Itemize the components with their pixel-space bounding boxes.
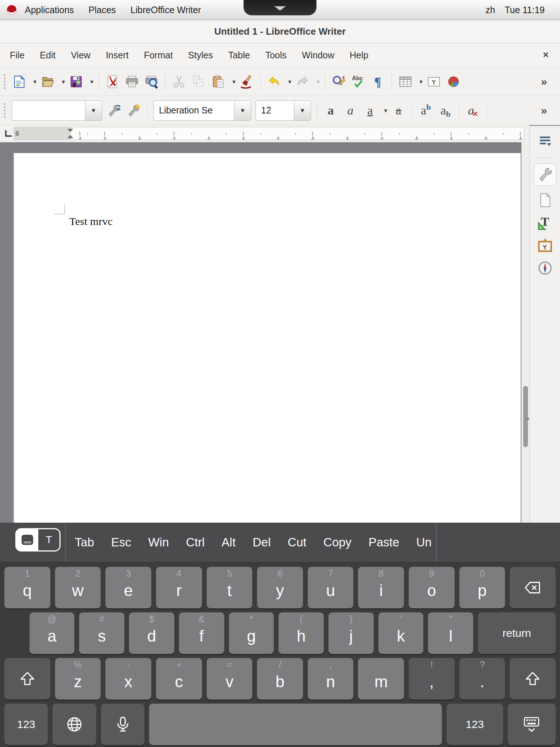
trackpad-mode-segment[interactable] [16,529,38,550]
key-backspace[interactable] [510,567,556,608]
font-size-dropdown[interactable] [294,101,311,120]
key-k[interactable]: ' k [378,612,424,654]
shortcut-key[interactable]: Del [253,535,271,549]
menu-item[interactable]: Styles [180,43,221,67]
key-o[interactable]: 9 o [409,567,455,608]
font-name-input[interactable]: Liberation Se [154,101,234,120]
clone-formatting-button[interactable] [237,71,257,92]
paste-button[interactable] [209,71,228,92]
input-method-indicator[interactable]: zh [486,5,495,15]
menu-item[interactable]: Format [136,43,180,67]
shortcut-key[interactable]: Copy [323,535,351,549]
export-pdf-button[interactable] [102,71,122,92]
undo-button[interactable] [264,71,284,92]
minimize-button[interactable] [491,24,505,39]
menu-item[interactable]: View [63,43,98,67]
properties-tab[interactable] [534,163,556,186]
key-space[interactable] [149,704,442,745]
key-q[interactable]: 1 q [4,567,50,608]
toolbar-grip[interactable] [3,74,7,90]
key-n[interactable]: ; n [308,658,354,700]
shortcut-key[interactable]: Win [148,535,169,549]
key-m[interactable]: : m [358,658,404,700]
close-button[interactable] [542,24,556,39]
new-document-button[interactable] [9,71,29,92]
system-menu-item[interactable]: Applications [18,0,81,20]
key-shift-left[interactable] [4,658,50,700]
maximize-button[interactable] [516,24,531,39]
key-c[interactable]: + c [156,658,202,700]
copy-button[interactable] [189,71,209,92]
key-z[interactable]: % z [55,658,101,700]
key-l[interactable]: " l [428,612,473,654]
vertical-scrollbar[interactable] [521,142,529,523]
gallery-tab[interactable] [534,236,556,255]
keyboard-mode-toggle[interactable]: T [15,528,61,551]
text-mode-segment[interactable]: T [38,529,59,550]
update-style-button[interactable] [104,100,124,121]
menu-item[interactable]: Insert [98,43,136,67]
clock[interactable]: Tue 11:19 [505,5,545,15]
key-p[interactable]: 0 p [459,567,505,608]
paragraph-style-dropdown[interactable] [85,101,102,120]
insert-chart-button[interactable] [444,71,463,92]
font-name-dropdown[interactable] [234,101,251,120]
insert-table-button[interactable] [396,71,415,92]
key-s[interactable]: # s [79,612,124,654]
left-indent-marker[interactable] [67,135,73,138]
key-123-right[interactable]: 123 [447,704,503,745]
strikethrough-button[interactable]: a [389,100,408,121]
new-style-button[interactable] [124,100,144,121]
subscript-button[interactable]: a b [436,100,455,121]
insert-image-button[interactable] [424,71,444,92]
underline-button[interactable]: a [360,100,380,121]
key-globe[interactable] [52,704,96,745]
key-b[interactable]: / b [257,658,303,700]
font-size-input[interactable]: 12 [256,101,294,120]
sidebar-collapse-handle[interactable]: ◂ [525,411,530,426]
close-document-button[interactable] [540,49,552,62]
key-h[interactable]: ( h [279,612,324,654]
italic-button[interactable]: a [341,100,360,121]
tab-stop-type-selector[interactable] [4,129,13,138]
key-x[interactable]: - x [105,658,151,700]
document-page[interactable]: Test mrvc [14,153,521,523]
key-g[interactable]: * g [229,612,274,654]
key-e[interactable]: 3 e [105,567,151,608]
bold-button[interactable]: a [321,100,341,121]
superscript-button[interactable]: a b [416,100,436,121]
open-button[interactable] [38,71,58,92]
shortcut-key[interactable]: Alt [222,535,236,549]
document-text[interactable]: Test mrvc [69,215,113,228]
key-mic[interactable] [101,704,144,745]
spelling-button[interactable] [349,71,368,92]
menu-item[interactable]: Edit [32,43,63,67]
key-t[interactable]: 5 t [207,567,253,608]
page-tab[interactable] [534,190,556,210]
key-period[interactable]: ? . [459,658,505,700]
shortcut-key[interactable]: Esc [111,535,131,549]
menu-item[interactable]: Tools [258,43,294,67]
menu-item[interactable]: Table [221,43,258,67]
key-v[interactable]: = v [207,658,253,700]
key-a[interactable]: @ a [30,612,75,654]
styles-tab[interactable] [534,213,556,233]
key-123-left[interactable]: 123 [4,704,48,745]
key-d[interactable]: $ d [129,612,174,654]
key-j[interactable]: ) j [328,612,374,654]
toolbar-overflow-button[interactable]: » [534,100,553,121]
clear-formatting-button[interactable]: a × [463,100,483,121]
key-f[interactable]: & f [179,612,224,654]
key-r[interactable]: 4 r [156,567,202,608]
system-menu-item[interactable]: LibreOffice Writer [123,0,209,20]
menu-item[interactable]: Help [342,43,376,67]
save-button[interactable] [66,71,86,92]
key-return[interactable]: return [478,612,556,654]
horizontal-ruler[interactable]: 123456 [14,127,524,140]
shortcut-key[interactable]: Tab [75,535,94,549]
menu-item[interactable]: File [2,43,32,67]
key-u[interactable]: 7 u [308,567,354,608]
key-comma[interactable]: ! , [409,658,455,700]
shortcut-key[interactable]: Un [416,535,432,549]
paragraph-style-input[interactable] [12,101,85,120]
